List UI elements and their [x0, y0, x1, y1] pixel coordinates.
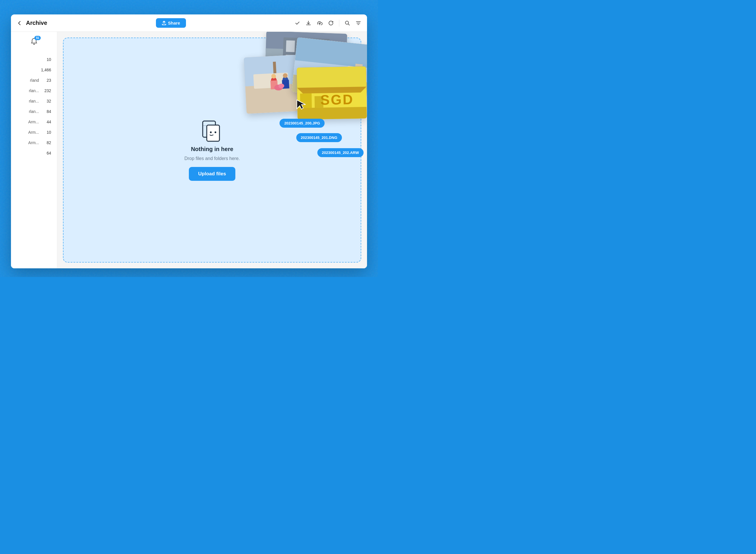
upload-files-button[interactable]: Upload files	[189, 167, 235, 181]
svg-point-14	[284, 68, 292, 76]
sidebar-count: 10	[43, 130, 51, 134]
filter-icon[interactable]	[355, 20, 361, 26]
file-label-1: 202300145_200.JPG	[280, 119, 325, 128]
svg-rect-26	[282, 80, 289, 89]
svg-rect-16	[244, 53, 325, 114]
share-label: Share	[168, 20, 180, 25]
svg-rect-42	[300, 93, 312, 108]
photo-card-3	[292, 37, 367, 100]
list-item[interactable]: 10	[11, 54, 57, 65]
svg-rect-13	[308, 55, 317, 67]
page-title: Archive	[26, 20, 47, 26]
svg-rect-32	[295, 37, 367, 68]
sidebar-count: 232	[43, 89, 51, 93]
download-icon[interactable]	[305, 20, 311, 26]
sidebar-count: 82	[43, 141, 51, 145]
svg-rect-9	[297, 41, 306, 53]
file-label-3: 202300145_202.ARW	[317, 148, 363, 157]
header-left: Archive	[17, 20, 47, 26]
svg-rect-6	[265, 48, 347, 92]
main-body: 55 10 1,466 rland 23 rlan... 232	[11, 32, 367, 268]
svg-rect-33	[339, 68, 346, 83]
svg-point-3	[210, 131, 212, 133]
svg-marker-44	[297, 87, 366, 94]
svg-rect-20	[273, 61, 276, 73]
sidebar-items: 10 1,466 rland 23 rlan... 232 rlan... 32	[11, 54, 57, 158]
svg-rect-34	[346, 66, 354, 84]
svg-rect-31	[292, 74, 367, 100]
svg-rect-18	[244, 53, 323, 87]
search-icon[interactable]	[345, 20, 350, 26]
refresh-icon[interactable]	[328, 20, 334, 26]
svg-rect-36	[299, 69, 314, 75]
sidebar-count: 44	[43, 120, 51, 124]
sidebar-label: Arm...	[28, 120, 39, 124]
svg-rect-19	[253, 72, 288, 89]
svg-rect-5	[265, 32, 347, 92]
header: Archive Share	[11, 14, 367, 32]
svg-rect-23	[270, 80, 278, 89]
svg-rect-11	[285, 55, 294, 67]
svg-rect-37	[317, 70, 329, 74]
list-item[interactable]: Arm... 82	[11, 137, 57, 148]
list-item[interactable]: rlan... 232	[11, 86, 57, 96]
empty-state-title: Nothing in here	[191, 146, 233, 153]
photo-inner-2	[244, 53, 325, 114]
sidebar-count: 64	[43, 151, 51, 155]
svg-rect-43	[314, 96, 324, 108]
check-icon[interactable]	[295, 20, 300, 26]
list-item[interactable]: 1,466	[11, 65, 57, 75]
sidebar-label: rlan...	[29, 89, 39, 93]
sidebar-label: rlan...	[29, 99, 39, 103]
content-area: Nothing in here Drop files and folders h…	[57, 32, 367, 268]
header-divider	[339, 20, 339, 26]
list-item[interactable]: rland 23	[11, 75, 57, 86]
share-button[interactable]: Share	[156, 18, 186, 28]
empty-state-icon	[200, 119, 224, 143]
photo-inner-4: SGD	[297, 66, 367, 120]
sidebar-count: 32	[43, 99, 51, 103]
back-button[interactable]	[17, 20, 22, 26]
sidebar-count: 10	[43, 57, 51, 62]
sidebar-label: rland	[30, 78, 39, 82]
svg-point-24	[282, 76, 288, 84]
list-item[interactable]: 64	[11, 148, 57, 158]
svg-rect-17	[245, 82, 325, 114]
svg-point-25	[283, 73, 288, 78]
svg-point-27	[274, 85, 283, 91]
svg-point-4	[215, 131, 216, 133]
header-right	[295, 20, 361, 26]
sidebar-count: 84	[43, 109, 51, 114]
list-item[interactable]: rlan... 32	[11, 96, 57, 106]
floating-images: SGD	[231, 32, 367, 165]
svg-point-21	[271, 77, 277, 84]
photo-inner-1	[265, 32, 347, 92]
cursor-arrow	[296, 99, 307, 111]
drop-zone[interactable]: Nothing in here Drop files and folders h…	[63, 38, 361, 263]
photo-card-2	[244, 53, 325, 114]
bell-wrapper[interactable]: 55	[30, 38, 39, 47]
list-item[interactable]: Arm... 44	[11, 117, 57, 127]
file-label-2: 202300145_201.DNG	[296, 133, 342, 142]
sidebar-count: 23	[43, 78, 51, 82]
svg-rect-41	[297, 107, 367, 120]
svg-rect-2	[207, 125, 220, 141]
photo-inner-3	[292, 37, 367, 100]
app-window: Archive Share	[11, 14, 367, 268]
svg-point-22	[271, 74, 276, 78]
drop-zone-inner: Nothing in here Drop files and folders h…	[184, 119, 240, 181]
notification-badge: 55	[34, 36, 41, 40]
svg-rect-10	[309, 41, 318, 53]
svg-rect-39	[297, 90, 367, 120]
svg-rect-7	[282, 37, 330, 74]
svg-marker-45	[297, 100, 305, 109]
svg-rect-8	[286, 41, 295, 52]
list-item[interactable]: Arm... 10	[11, 127, 57, 137]
empty-state-subtitle: Drop files and folders here.	[184, 156, 240, 161]
sidebar-label: rlan...	[29, 109, 39, 114]
list-item[interactable]: rlan... 84	[11, 106, 57, 117]
sidebar: 55 10 1,466 rland 23 rlan... 232	[11, 32, 57, 268]
svg-rect-35	[353, 63, 363, 85]
svg-rect-12	[297, 55, 306, 67]
upload-cloud-icon[interactable]	[316, 20, 323, 26]
